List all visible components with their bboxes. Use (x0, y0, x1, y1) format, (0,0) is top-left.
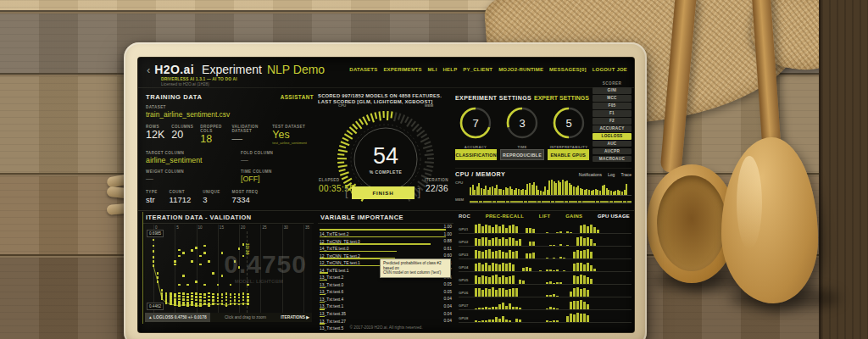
gpu-bar (573, 288, 576, 297)
screen: ‹H2O.aiExperimentNLP Demo DRIVERLESS AI … (138, 58, 634, 332)
gpu-bar (570, 314, 572, 322)
reproducible-button[interactable]: REPRODUCIBLE (500, 149, 543, 160)
cpu-graph: CPU (455, 179, 632, 196)
notifications-link[interactable]: Notifications (579, 172, 602, 177)
variable-importance-row[interactable]: 13_Txt:text.60.05 (318, 281, 453, 289)
nav-item-experiments[interactable]: EXPERIMENTS (383, 67, 421, 72)
gpu-bar (576, 276, 579, 284)
variable-importance-row[interactable]: 14_TxtTE:text.21.00 (318, 224, 453, 231)
scorer-item-aucpr[interactable]: AUCPR (593, 148, 632, 155)
variable-importance-row[interactable]: 12_TxtCNN_TE:text.20.61 (318, 246, 453, 253)
mem-bar (542, 201, 546, 203)
gpu-bar (590, 252, 593, 258)
gpu-bar (583, 302, 586, 309)
stat-label: VALIDATION DATASET (231, 125, 265, 133)
scorer-item-mcc[interactable]: MCC (593, 95, 632, 102)
gpu-bar (587, 263, 589, 271)
scatter-point (203, 284, 206, 286)
classification-button[interactable]: CLASSIFICATION (455, 149, 497, 160)
dial-time[interactable]: 3TIME (502, 106, 542, 149)
scatter-point (225, 292, 228, 295)
best-score-model: MODEL: LIGHTGBM (235, 279, 283, 284)
gpu-bar (539, 270, 542, 271)
scorer-list: SCORERGINIMCCF05F1F2ACCURACYLOGLOSSAUCAU… (593, 81, 632, 164)
scorer-item-f05[interactable]: F05 (593, 103, 632, 109)
gpu-bar (580, 263, 582, 271)
tab-gpu-usage[interactable]: GPU USAGE (598, 214, 630, 219)
gpu-bar (492, 275, 494, 284)
nav-item-logout-joe[interactable]: LOGOUT JOE (593, 67, 627, 72)
scatter-point (186, 299, 189, 302)
nav-item-help[interactable]: HELP (443, 67, 458, 72)
variable-importance-row[interactable]: 13_Txt:text.270.04 (318, 311, 453, 319)
gpu-bar (576, 301, 579, 309)
variable-importance-row[interactable]: 13_Txt:text.40.05 (318, 289, 453, 297)
log-link[interactable]: Log (608, 172, 615, 177)
scatter-point (195, 281, 198, 283)
variable-importance-row[interactable]: 13_Txt:text.10.04 (318, 296, 453, 303)
scorer-item-gini[interactable]: GINI (593, 87, 632, 94)
stat-note: test_airline_sentiment (272, 141, 307, 145)
gpu-bar (563, 258, 565, 258)
tab-lift[interactable]: LIFT (539, 214, 551, 219)
scorer-item-auc[interactable]: AUC (593, 141, 632, 147)
variable-importance-row[interactable]: 13_Txt:text.350.04 (318, 303, 453, 311)
mem-bar (497, 201, 501, 203)
gpu-bar (502, 303, 504, 309)
nav-item-messages-0[interactable]: MESSAGES[0] (549, 67, 587, 72)
gpu-bar (549, 245, 552, 246)
trace-link[interactable]: Trace (620, 172, 632, 177)
variable-importance-row[interactable]: 12_TxtCNN_TE:text.01.00 (318, 231, 453, 239)
gpu-bar (485, 250, 487, 258)
brand-name[interactable]: H2O.ai (154, 63, 194, 76)
scorer-item-f1[interactable]: F1 (593, 110, 632, 117)
variable-importance-row[interactable]: 13_Txt:text.50.04 (318, 318, 453, 325)
nav-item-datasets[interactable]: DATASETS (349, 67, 377, 72)
scatter-point (199, 305, 202, 308)
gpu-label: GPU2 (459, 240, 468, 244)
scorer-item-logloss[interactable]: LOGLOSS (593, 133, 632, 140)
gpu-bar (553, 283, 555, 284)
gpu-bar (488, 249, 491, 258)
scatter-point (191, 295, 193, 297)
gpu-bar (509, 237, 511, 246)
dial-value: 7 (455, 106, 496, 140)
nav-item-mli[interactable]: MLI (428, 67, 437, 72)
nav-item-py-client[interactable]: PY_CLIENT (463, 67, 492, 72)
expert-settings-link[interactable]: EXPERT SETTINGS (534, 95, 589, 101)
gpu-bar (512, 275, 515, 284)
tab-prec-recall[interactable]: PREC-RECALL (486, 214, 525, 219)
top-bar: ‹H2O.aiExperimentNLP Demo DRIVERLESS AI … (138, 58, 634, 88)
iteration-chart[interactable]: 0.4750 MODEL: LIGHTGBM 051015202530350.6… (145, 225, 312, 313)
dial-interpretability[interactable]: 5INTERPRETABILITY (548, 106, 589, 149)
assistant-link[interactable]: ASSISTANT (281, 94, 314, 100)
gpu-bar (488, 240, 491, 246)
enable-gpus-button[interactable]: ENABLE GPUS (548, 149, 589, 160)
progress-percent-label: % COMPLETE (370, 170, 403, 175)
dataset-value[interactable]: train_airline_sentiment.csv (146, 110, 314, 119)
gpu-row-gpu4: GPU4 (459, 259, 632, 272)
gpu-bar (526, 253, 528, 259)
logloss-chip[interactable]: ▲ LOGLOSS 0.4750 +/- 0.0178 (145, 313, 210, 322)
gpu-bar (549, 295, 552, 297)
scorer-item-macroauc[interactable]: MACROAUC (593, 156, 632, 163)
iterations-axis-label[interactable]: ITERATIONS ▶ (281, 315, 312, 320)
gpu-bar (495, 317, 498, 322)
version-block: DRIVERLESS AI 1.3.1 — AI TO DO AI Licens… (161, 77, 237, 86)
nav-item-mojo2-runtime[interactable]: MOJO2-RUNTIME (498, 67, 543, 72)
tab-roc[interactable]: ROC (459, 214, 470, 219)
variable-importance-row[interactable]: 14_TxtTE:text.00.88 (318, 238, 453, 246)
dial-accuracy[interactable]: 7ACCURACY (455, 106, 496, 149)
scorer-item-accuracy[interactable]: ACCURACY (593, 125, 632, 132)
mem-bar (506, 201, 510, 203)
finish-button[interactable]: FINISH (352, 186, 415, 199)
gpu-bar (495, 290, 498, 297)
tab-gains[interactable]: GAINS (565, 214, 582, 219)
back-chevron-icon[interactable]: ‹ (147, 64, 150, 76)
gpu-bar (492, 252, 494, 258)
scorer-item-f2[interactable]: F2 (593, 118, 632, 125)
gpu-bar (549, 281, 552, 284)
gpu-bar (498, 226, 501, 233)
gpu-bar (519, 239, 521, 246)
mem-bar (559, 201, 564, 203)
